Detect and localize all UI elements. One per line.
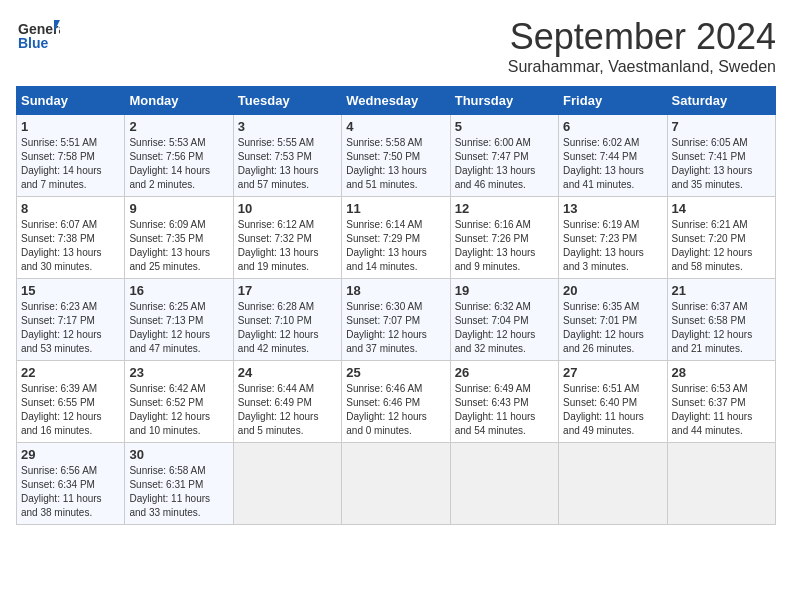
day-number: 12: [455, 201, 554, 216]
location-subtitle: Surahammar, Vaestmanland, Sweden: [508, 58, 776, 76]
day-number: 9: [129, 201, 228, 216]
calendar-cell: 20Sunrise: 6:35 AMSunset: 7:01 PMDayligh…: [559, 279, 667, 361]
day-info: Sunrise: 5:51 AMSunset: 7:58 PMDaylight:…: [21, 136, 120, 192]
day-info: Sunrise: 6:19 AMSunset: 7:23 PMDaylight:…: [563, 218, 662, 274]
day-number: 16: [129, 283, 228, 298]
day-info: Sunrise: 6:51 AMSunset: 6:40 PMDaylight:…: [563, 382, 662, 438]
calendar-cell: 3Sunrise: 5:55 AMSunset: 7:53 PMDaylight…: [233, 115, 341, 197]
calendar-cell: 2Sunrise: 5:53 AMSunset: 7:56 PMDaylight…: [125, 115, 233, 197]
calendar-cell: 16Sunrise: 6:25 AMSunset: 7:13 PMDayligh…: [125, 279, 233, 361]
day-info: Sunrise: 6:44 AMSunset: 6:49 PMDaylight:…: [238, 382, 337, 438]
day-number: 24: [238, 365, 337, 380]
day-info: Sunrise: 6:46 AMSunset: 6:46 PMDaylight:…: [346, 382, 445, 438]
calendar-cell: 26Sunrise: 6:49 AMSunset: 6:43 PMDayligh…: [450, 361, 558, 443]
calendar-cell: 13Sunrise: 6:19 AMSunset: 7:23 PMDayligh…: [559, 197, 667, 279]
day-number: 1: [21, 119, 120, 134]
page-header: General Blue September 2024 Surahammar, …: [16, 16, 776, 76]
day-number: 26: [455, 365, 554, 380]
day-number: 29: [21, 447, 120, 462]
day-info: Sunrise: 6:28 AMSunset: 7:10 PMDaylight:…: [238, 300, 337, 356]
day-info: Sunrise: 6:02 AMSunset: 7:44 PMDaylight:…: [563, 136, 662, 192]
title-area: September 2024 Surahammar, Vaestmanland,…: [508, 16, 776, 76]
col-header-saturday: Saturday: [667, 87, 775, 115]
day-info: Sunrise: 5:53 AMSunset: 7:56 PMDaylight:…: [129, 136, 228, 192]
day-info: Sunrise: 6:09 AMSunset: 7:35 PMDaylight:…: [129, 218, 228, 274]
day-number: 11: [346, 201, 445, 216]
day-info: Sunrise: 6:14 AMSunset: 7:29 PMDaylight:…: [346, 218, 445, 274]
day-number: 30: [129, 447, 228, 462]
calendar-cell: 5Sunrise: 6:00 AMSunset: 7:47 PMDaylight…: [450, 115, 558, 197]
day-info: Sunrise: 6:39 AMSunset: 6:55 PMDaylight:…: [21, 382, 120, 438]
calendar-cell: 7Sunrise: 6:05 AMSunset: 7:41 PMDaylight…: [667, 115, 775, 197]
calendar-week-row: 29Sunrise: 6:56 AMSunset: 6:34 PMDayligh…: [17, 443, 776, 525]
day-number: 4: [346, 119, 445, 134]
calendar-week-row: 15Sunrise: 6:23 AMSunset: 7:17 PMDayligh…: [17, 279, 776, 361]
calendar-cell: 11Sunrise: 6:14 AMSunset: 7:29 PMDayligh…: [342, 197, 450, 279]
day-info: Sunrise: 6:58 AMSunset: 6:31 PMDaylight:…: [129, 464, 228, 520]
calendar-cell: 19Sunrise: 6:32 AMSunset: 7:04 PMDayligh…: [450, 279, 558, 361]
col-header-tuesday: Tuesday: [233, 87, 341, 115]
day-number: 20: [563, 283, 662, 298]
day-info: Sunrise: 6:23 AMSunset: 7:17 PMDaylight:…: [21, 300, 120, 356]
day-number: 19: [455, 283, 554, 298]
calendar-cell: 14Sunrise: 6:21 AMSunset: 7:20 PMDayligh…: [667, 197, 775, 279]
svg-text:Blue: Blue: [18, 35, 49, 51]
day-number: 22: [21, 365, 120, 380]
day-info: Sunrise: 6:53 AMSunset: 6:37 PMDaylight:…: [672, 382, 771, 438]
calendar-cell: [342, 443, 450, 525]
day-info: Sunrise: 6:32 AMSunset: 7:04 PMDaylight:…: [455, 300, 554, 356]
calendar-header-row: SundayMondayTuesdayWednesdayThursdayFrid…: [17, 87, 776, 115]
calendar-cell: 1Sunrise: 5:51 AMSunset: 7:58 PMDaylight…: [17, 115, 125, 197]
day-info: Sunrise: 5:58 AMSunset: 7:50 PMDaylight:…: [346, 136, 445, 192]
day-number: 5: [455, 119, 554, 134]
calendar-cell: 18Sunrise: 6:30 AMSunset: 7:07 PMDayligh…: [342, 279, 450, 361]
calendar-week-row: 22Sunrise: 6:39 AMSunset: 6:55 PMDayligh…: [17, 361, 776, 443]
day-info: Sunrise: 6:05 AMSunset: 7:41 PMDaylight:…: [672, 136, 771, 192]
calendar-cell: 28Sunrise: 6:53 AMSunset: 6:37 PMDayligh…: [667, 361, 775, 443]
calendar-cell: 9Sunrise: 6:09 AMSunset: 7:35 PMDaylight…: [125, 197, 233, 279]
day-number: 25: [346, 365, 445, 380]
day-info: Sunrise: 6:16 AMSunset: 7:26 PMDaylight:…: [455, 218, 554, 274]
day-number: 8: [21, 201, 120, 216]
day-info: Sunrise: 6:35 AMSunset: 7:01 PMDaylight:…: [563, 300, 662, 356]
day-number: 21: [672, 283, 771, 298]
day-info: Sunrise: 6:37 AMSunset: 6:58 PMDaylight:…: [672, 300, 771, 356]
col-header-thursday: Thursday: [450, 87, 558, 115]
calendar-cell: 25Sunrise: 6:46 AMSunset: 6:46 PMDayligh…: [342, 361, 450, 443]
calendar-cell: 8Sunrise: 6:07 AMSunset: 7:38 PMDaylight…: [17, 197, 125, 279]
calendar-cell: 21Sunrise: 6:37 AMSunset: 6:58 PMDayligh…: [667, 279, 775, 361]
day-number: 2: [129, 119, 228, 134]
calendar-cell: 10Sunrise: 6:12 AMSunset: 7:32 PMDayligh…: [233, 197, 341, 279]
month-title: September 2024: [508, 16, 776, 58]
calendar-cell: 27Sunrise: 6:51 AMSunset: 6:40 PMDayligh…: [559, 361, 667, 443]
calendar-cell: 22Sunrise: 6:39 AMSunset: 6:55 PMDayligh…: [17, 361, 125, 443]
day-info: Sunrise: 6:30 AMSunset: 7:07 PMDaylight:…: [346, 300, 445, 356]
col-header-sunday: Sunday: [17, 87, 125, 115]
day-number: 15: [21, 283, 120, 298]
calendar-cell: 6Sunrise: 6:02 AMSunset: 7:44 PMDaylight…: [559, 115, 667, 197]
day-info: Sunrise: 6:00 AMSunset: 7:47 PMDaylight:…: [455, 136, 554, 192]
day-number: 13: [563, 201, 662, 216]
calendar-cell: 4Sunrise: 5:58 AMSunset: 7:50 PMDaylight…: [342, 115, 450, 197]
col-header-friday: Friday: [559, 87, 667, 115]
day-number: 14: [672, 201, 771, 216]
calendar-cell: 24Sunrise: 6:44 AMSunset: 6:49 PMDayligh…: [233, 361, 341, 443]
calendar-cell: [233, 443, 341, 525]
day-number: 7: [672, 119, 771, 134]
calendar-cell: 29Sunrise: 6:56 AMSunset: 6:34 PMDayligh…: [17, 443, 125, 525]
calendar-cell: 23Sunrise: 6:42 AMSunset: 6:52 PMDayligh…: [125, 361, 233, 443]
day-number: 18: [346, 283, 445, 298]
day-number: 6: [563, 119, 662, 134]
calendar-cell: 15Sunrise: 6:23 AMSunset: 7:17 PMDayligh…: [17, 279, 125, 361]
calendar-table: SundayMondayTuesdayWednesdayThursdayFrid…: [16, 86, 776, 525]
calendar-week-row: 1Sunrise: 5:51 AMSunset: 7:58 PMDaylight…: [17, 115, 776, 197]
day-number: 27: [563, 365, 662, 380]
calendar-cell: 17Sunrise: 6:28 AMSunset: 7:10 PMDayligh…: [233, 279, 341, 361]
day-info: Sunrise: 6:49 AMSunset: 6:43 PMDaylight:…: [455, 382, 554, 438]
col-header-monday: Monday: [125, 87, 233, 115]
day-info: Sunrise: 6:42 AMSunset: 6:52 PMDaylight:…: [129, 382, 228, 438]
day-number: 10: [238, 201, 337, 216]
calendar-cell: 30Sunrise: 6:58 AMSunset: 6:31 PMDayligh…: [125, 443, 233, 525]
calendar-cell: [559, 443, 667, 525]
calendar-cell: [667, 443, 775, 525]
